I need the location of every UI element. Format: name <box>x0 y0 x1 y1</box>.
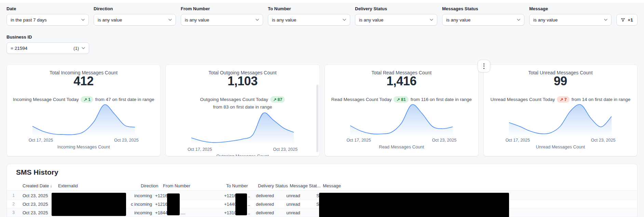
card-scrollbar[interactable] <box>316 85 318 152</box>
arrow-up-right-icon: ↗ <box>396 97 400 102</box>
filter-group-from-number: From Number is any value <box>181 6 263 26</box>
card-read-messages: Total Read Messages Count 1,416 Read Mes… <box>325 64 479 156</box>
filter-group-direction: Direction is any value <box>94 6 176 26</box>
header-delivery-status[interactable]: Delivery Status <box>256 183 288 188</box>
message-filter-select[interactable]: is any value <box>529 14 612 26</box>
messages-status-filter-label: Messages Status <box>442 6 524 11</box>
funnel-icon <box>621 18 625 22</box>
header-message[interactable]: Message <box>321 183 637 188</box>
cell-from-number: +1216 <box>155 200 224 208</box>
chevron-down-icon <box>604 19 607 21</box>
delta-badge: ↗ 81 <box>394 96 408 103</box>
sort-desc-icon: ↓ <box>50 184 52 188</box>
delta-badge: ↗ 1 <box>81 96 93 103</box>
filter-group-business-id: Business ID = 21594 (1) <box>6 34 89 54</box>
axis-end-label: Oct 23, 2025 <box>591 138 616 143</box>
redaction-block <box>167 193 180 215</box>
sms-history-panel: SMS History Created Date↓ Externalid Dir… <box>6 164 638 217</box>
direction-filter-select[interactable]: is any value <box>94 14 176 26</box>
kebab-menu-icon <box>483 63 484 64</box>
series-label: Unread Messages Count <box>484 144 637 149</box>
cell-message-status: unread <box>286 208 321 217</box>
card-value: 412 <box>7 74 160 89</box>
sparkline-chart <box>191 112 294 145</box>
dashboard: Date in the past 7 days Direction is any… <box>0 0 644 217</box>
axis-end-label: Oct 23, 2025 <box>114 138 139 143</box>
business-id-filter-value: = 21594 <box>11 46 27 51</box>
card-value: 1,416 <box>325 74 478 89</box>
delivery-status-filter-label: Delivery Status <box>355 6 437 11</box>
delivery-status-filter-select[interactable]: is any value <box>355 14 437 26</box>
chevron-down-icon <box>430 19 433 21</box>
kpi-cards-row: Total Incoming Messages Count 412 Incomi… <box>6 64 638 156</box>
tile-actions-button[interactable] <box>478 60 490 72</box>
direction-filter-value: is any value <box>98 17 122 23</box>
cell-created-date: Oct 23, 2025 <box>20 208 56 217</box>
cell-direction: incoming <box>134 200 155 208</box>
filter-group-date: Date in the past 7 days <box>6 6 89 26</box>
axis-start-label: Oct 17, 2025 <box>346 138 371 143</box>
header-externalid[interactable]: Externalid <box>56 183 139 188</box>
header-created-date[interactable]: Created Date↓ <box>20 183 56 188</box>
messages-status-filter-value: is any value <box>446 17 470 23</box>
row-number: 1 <box>7 191 20 200</box>
from-number-filter-value: is any value <box>185 17 209 23</box>
cell-direction: incoming <box>134 191 155 200</box>
to-number-filter-label: To Number <box>268 6 350 11</box>
direction-filter-label: Direction <box>94 6 176 11</box>
filter-group-to-number: To Number is any value <box>268 6 350 26</box>
header-to-number[interactable]: To Number <box>224 183 256 188</box>
cell-message-status: unread <box>286 200 321 208</box>
more-filters-button[interactable]: +1 <box>616 14 638 26</box>
cell-delivery-status: delivered <box>256 191 286 200</box>
series-label: Read Messages Count <box>325 144 478 149</box>
chevron-down-icon <box>517 19 520 21</box>
cell-from-number: +1216 <box>155 191 224 200</box>
series-label: Outgoing Messages Count <box>166 154 319 156</box>
sparkline-chart <box>509 103 612 137</box>
cell-from-number: +1844.... <box>155 208 224 217</box>
axis-start-label: Oct 17, 2025 <box>29 138 53 143</box>
redaction-block <box>235 193 247 215</box>
chevron-down-icon <box>343 19 346 21</box>
delta-badge: ↗ 87 <box>270 96 285 103</box>
arrow-up-right-icon: ↗ <box>560 97 563 102</box>
header-from-number[interactable]: From Number <box>161 183 224 188</box>
chevron-down-icon <box>256 19 259 21</box>
card-unread-messages: Total Unread Messages Count 99 Unread Me… <box>483 64 638 156</box>
delta-badge: ↗ 7 <box>557 96 569 103</box>
card-delta-line: Outgoing Messages Count Today ↗ 87 <box>168 96 317 103</box>
cell-delivery-status: delivered <box>256 208 286 217</box>
filter-group-message: Message is any value <box>529 6 612 26</box>
row-number: 2 <box>7 200 20 208</box>
card-delta-suffix: from 83 on first date in range <box>168 104 317 110</box>
delivery-status-filter-value: is any value <box>359 17 383 23</box>
header-message-status[interactable]: Message Stat... <box>288 183 321 188</box>
messages-status-filter-select[interactable]: is any value <box>442 14 524 26</box>
header-direction[interactable]: Direction <box>139 183 161 188</box>
from-number-filter-select[interactable]: is any value <box>181 14 263 26</box>
top-strip <box>0 0 644 3</box>
chevron-down-icon <box>168 19 172 21</box>
arrow-up-right-icon: ↗ <box>83 97 87 102</box>
series-label: Incoming Messages Count <box>7 144 160 149</box>
from-number-filter-label: From Number <box>181 6 263 11</box>
chevron-down-icon <box>81 19 85 21</box>
date-filter-select[interactable]: in the past 7 days <box>6 14 89 26</box>
card-delta-line: Unread Messages Count Today ↗ 7 from 14 … <box>486 96 635 103</box>
to-number-filter-select[interactable]: is any value <box>268 14 350 26</box>
business-id-filter-label: Business ID <box>6 34 89 40</box>
table-header-row: Created Date↓ Externalid Direction From … <box>7 181 637 191</box>
sparkline-axis: Oct 17, 2025 Oct 23, 2025 <box>346 138 456 143</box>
sparkline-chart <box>32 103 135 137</box>
business-id-filter-count: (1) <box>73 46 79 51</box>
business-id-filter-select[interactable]: = 21594 (1) <box>6 42 89 54</box>
row-number: 3 <box>7 208 20 217</box>
date-filter-value: in the past 7 days <box>11 17 47 23</box>
sparkline-axis: Oct 17, 2025 Oct 23, 2025 <box>188 147 298 152</box>
cell-message-status: unread <box>286 191 321 200</box>
card-delta-line: Read Messages Count Today ↗ 81 from 116 … <box>327 96 476 103</box>
redaction-block <box>319 193 509 217</box>
card-incoming-messages: Total Incoming Messages Count 412 Incomi… <box>6 64 161 156</box>
to-number-filter-value: is any value <box>272 17 296 23</box>
